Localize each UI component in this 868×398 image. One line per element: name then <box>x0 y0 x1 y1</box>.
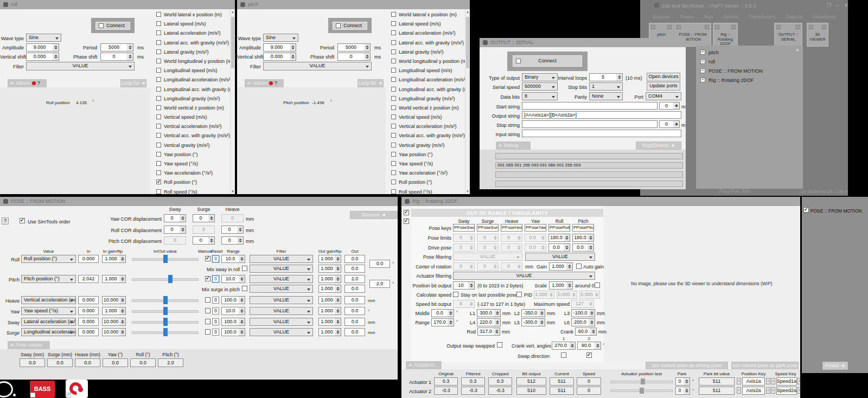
scrollbar[interactable]: ▲▼ <box>230 9 235 194</box>
signal-option-checkbox[interactable] <box>391 30 396 35</box>
signal-option-checkbox[interactable] <box>156 68 161 73</box>
mix-pitch-filter[interactable]: VALUE <box>250 285 313 293</box>
signal-option[interactable]: Lateral acceleration (m/s²) <box>391 30 465 40</box>
scroll-thumb[interactable] <box>466 17 469 68</box>
yaw-filter-select[interactable]: VALUE <box>250 307 313 315</box>
signal-option-checkbox[interactable] <box>391 87 396 92</box>
surge-inout-slider[interactable] <box>132 328 199 336</box>
key-prev-icon[interactable]: ‹ <box>737 387 741 394</box>
signal-option-checkbox[interactable] <box>156 40 161 45</box>
desktop-icon-circle[interactable] <box>0 381 13 397</box>
tab-actuators[interactable]: Actuators <box>406 361 442 369</box>
roll-value-select[interactable]: Roll position (°) <box>21 255 76 263</box>
l6-input[interactable]: 200.0 <box>571 318 595 326</box>
signal-option[interactable]: Lateral speed (m/s) <box>156 21 230 30</box>
pose-limit-input[interactable]: 0 <box>501 234 522 242</box>
signal-option-checkbox[interactable] <box>156 105 161 110</box>
surge-ingain-input[interactable]: 10.000 <box>102 328 126 336</box>
simtools-checkbox[interactable] <box>20 218 25 223</box>
card-toggle-icon[interactable] <box>715 25 719 29</box>
sway-reset-button[interactable]: 0 <box>212 318 219 325</box>
surge-range-input[interactable]: 100.0 <box>221 328 245 336</box>
help-button[interactable]: ? <box>275 80 277 86</box>
help-button[interactable]: ? <box>2 217 9 224</box>
tree-item[interactable]: Rig :: Rotating 2DOF <box>700 78 799 87</box>
signal-option[interactable]: Lateral gravity (m/s²) <box>156 49 230 59</box>
l2-input[interactable]: -350.0 <box>521 309 545 317</box>
tree-item[interactable]: pitch <box>700 50 799 59</box>
drive-pose-input[interactable]: 0.0 <box>548 243 570 252</box>
heave-inout-slider[interactable] <box>132 296 199 304</box>
tab-values[interactable]: Values? <box>245 79 284 87</box>
debug-line[interactable] <box>495 171 683 178</box>
pose-key-input[interactable]: PPoseSway <box>453 224 475 232</box>
rig-enable-checkbox-2[interactable] <box>404 219 409 224</box>
menu-tab[interactable]: Rigs <box>704 14 713 20</box>
signal-option[interactable]: Longitudinal acc. with gravity (m/s²) <box>391 87 465 96</box>
rod-input[interactable]: 317.0 <box>477 328 500 336</box>
card-toggle-icon[interactable] <box>776 25 781 29</box>
set-park-pose-button[interactable]: Set current pose as park pose <box>731 362 799 370</box>
stop-delay-input[interactable]: 0 <box>659 120 680 128</box>
drive-pose-input[interactable]: 0 <box>453 243 475 252</box>
pose-filter-left-select[interactable]: VALUE <box>453 253 522 261</box>
menu-tab[interactable]: Sources <box>652 14 670 20</box>
sway-range-input[interactable]: 100.0 <box>221 318 245 326</box>
signal-option-checkbox[interactable] <box>156 59 161 63</box>
signal-option-checkbox[interactable] <box>156 161 161 166</box>
yaw-outgain-input[interactable]: 1.000 <box>318 307 341 315</box>
pose-link-checkbox[interactable] <box>803 207 809 213</box>
bass-icon[interactable]: BASS <box>30 381 55 398</box>
roll-titlebar[interactable]: roll <box>0 0 235 9</box>
sway-inout-slider[interactable] <box>132 318 199 326</box>
scroll-thumb[interactable] <box>231 17 234 68</box>
key-next-icon[interactable]: › <box>766 378 770 384</box>
poses-button[interactable]: Poses ◄ <box>822 362 848 370</box>
signal-option[interactable]: Roll position (°) <box>156 179 230 189</box>
signal-option-checkbox[interactable] <box>391 170 396 175</box>
signal-option-checkbox[interactable] <box>156 114 161 119</box>
signal-option[interactable]: Vertical gravity (m/s²) <box>156 143 230 152</box>
filter-select[interactable]: VALUE <box>263 62 372 70</box>
signal-option[interactable]: Yaw position (°) <box>391 152 465 161</box>
port-select[interactable]: COM4 <box>646 92 681 100</box>
pose-key-input[interactable]: PPoseYaw <box>525 224 546 232</box>
position-key-input[interactable]: Axis2a <box>742 387 765 395</box>
signal-option[interactable]: World longitudinal y position (m) <box>391 59 465 68</box>
amplitude-input[interactable]: 9.000 <box>26 43 59 52</box>
connect-button[interactable]: Connect <box>333 22 367 30</box>
surge-filter-select[interactable]: VALUE <box>250 328 313 336</box>
start-string-input[interactable] <box>522 102 658 110</box>
signal-option[interactable]: Vertical gravity (m/s²) <box>391 143 465 152</box>
signal-option[interactable]: Vertical acceleration (m/s²) <box>391 124 465 133</box>
heave-ingain-input[interactable]: 10.000 <box>102 296 126 304</box>
signal-option[interactable]: World vertical z position (m) <box>156 105 230 114</box>
signal-option[interactable]: Yaw speed (°/s) <box>156 161 230 170</box>
speed-key-input[interactable]: Speed2a <box>776 387 797 395</box>
key-next-icon[interactable]: › <box>797 387 800 394</box>
output-string-input[interactable]: [A<Axis1a>][B<Axis2a>] <box>522 111 681 119</box>
signal-option-checkbox[interactable] <box>156 152 161 157</box>
phase-input[interactable]: 0 <box>100 53 133 61</box>
menu-tab[interactable]: Poses <box>680 14 693 20</box>
mix-roll-gain[interactable]: 1.000 <box>318 265 341 273</box>
signal-option-checkbox[interactable] <box>391 114 396 119</box>
card-toggle-icon[interactable] <box>796 25 800 29</box>
signal-option[interactable]: Longitudinal gravity (m/s²) <box>391 96 465 105</box>
pitch-titlebar[interactable]: pitch <box>237 0 470 9</box>
signal-option-checkbox[interactable] <box>391 77 396 82</box>
card-rig[interactable]: Rig :: Rotating 2DOF <box>713 23 738 47</box>
drive-pose-input[interactable]: 0.0 <box>525 243 546 252</box>
yaw-inout-slider[interactable] <box>132 307 199 315</box>
signal-option[interactable]: Lateral acc. with gravity (m/s²) <box>391 40 465 49</box>
menu-tab[interactable]: Transducers <box>749 14 776 20</box>
pitch-cor-heave[interactable]: 0 <box>221 236 244 245</box>
loop-for-button[interactable]: Loop for ◄ <box>120 79 146 87</box>
parity-select[interactable]: None <box>589 92 623 100</box>
position-bit-input[interactable]: 10 <box>453 281 475 290</box>
signal-option[interactable]: Longitudinal acceleration (m/s²) <box>156 77 230 86</box>
roll-inout-slider[interactable] <box>132 255 199 263</box>
period-input[interactable]: 5000 <box>337 43 371 52</box>
signal-option-checkbox[interactable] <box>391 133 396 138</box>
signal-option[interactable]: Vertical acc. with gravity (m/s²) <box>156 133 230 142</box>
